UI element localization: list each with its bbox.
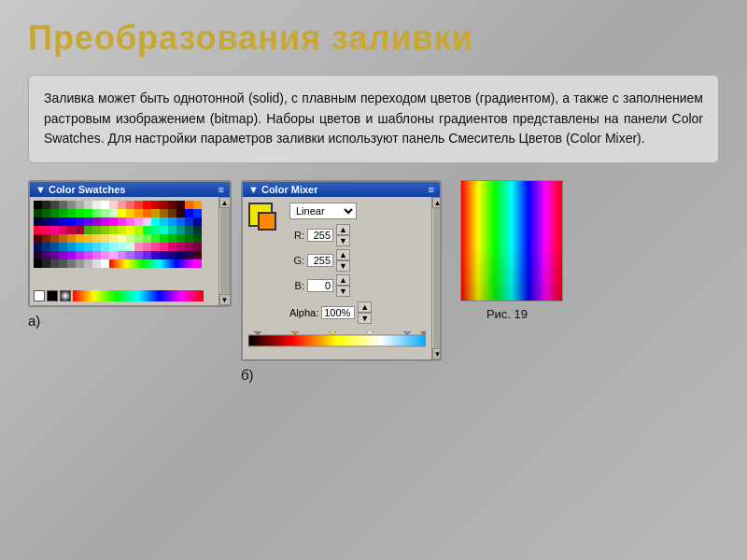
- svg-rect-55: [160, 217, 168, 226]
- svg-rect-6: [84, 201, 92, 209]
- panel-b-wrap: ▼ Color Mixer ≡: [241, 180, 442, 383]
- mixer-scroll-up[interactable]: ▲: [432, 197, 443, 208]
- svg-rect-144: [67, 259, 76, 268]
- svg-rect-39: [193, 209, 202, 217]
- svg-rect-139: [193, 251, 202, 259]
- b-input[interactable]: [307, 279, 333, 292]
- color-mixer-panel: ▼ Color Mixer ≡: [241, 180, 442, 361]
- svg-rect-134: [151, 251, 160, 259]
- svg-rect-70: [118, 226, 126, 234]
- svg-rect-71: [126, 226, 134, 234]
- svg-rect-11: [126, 201, 134, 209]
- mixer-menu-icon[interactable]: ≡: [429, 184, 434, 195]
- svg-rect-30: [118, 209, 126, 217]
- svg-rect-132: [134, 251, 143, 259]
- svg-rect-119: [193, 243, 202, 251]
- svg-rect-126: [84, 251, 92, 259]
- svg-rect-22: [50, 209, 59, 217]
- svg-rect-63: [59, 226, 67, 234]
- white-swatch[interactable]: [34, 290, 45, 301]
- svg-rect-92: [134, 234, 143, 243]
- grad-swatch[interactable]: [60, 290, 71, 301]
- svg-rect-68: [101, 226, 109, 234]
- svg-rect-125: [76, 251, 84, 259]
- svg-rect-84: [67, 234, 76, 243]
- black-swatch[interactable]: [47, 290, 58, 301]
- svg-rect-135: [160, 251, 168, 259]
- svg-rect-4: [67, 201, 76, 209]
- r-up-button[interactable]: ▲: [336, 224, 350, 235]
- swatches-menu-icon[interactable]: ≡: [218, 184, 224, 195]
- svg-marker-162: [420, 331, 426, 335]
- g-up-button[interactable]: ▲: [336, 249, 350, 260]
- page: Преобразования заливки Заливка может быт…: [0, 0, 747, 560]
- svg-rect-24: [67, 209, 76, 217]
- svg-rect-60: [34, 226, 42, 234]
- svg-rect-97: [176, 234, 185, 243]
- swatches-panel-body: ▲ ▼: [30, 197, 230, 305]
- b-arrows: ▲ ▼: [336, 274, 350, 297]
- g-down-button[interactable]: ▼: [336, 260, 350, 272]
- svg-rect-15: [160, 201, 168, 209]
- svg-rect-123: [59, 251, 67, 259]
- swatches-body: [30, 197, 218, 305]
- g-row: G: ▲ ▼: [289, 249, 372, 272]
- svg-rect-101: [42, 243, 50, 251]
- svg-rect-95: [160, 234, 168, 243]
- svg-rect-51: [126, 217, 134, 226]
- alpha-up-button[interactable]: ▲: [358, 301, 372, 313]
- page-title: Преобразования заливки: [28, 19, 719, 58]
- svg-rect-59: [193, 217, 202, 226]
- scroll-down-button[interactable]: ▼: [219, 294, 231, 305]
- fig-label: Рис. 19: [486, 307, 528, 321]
- svg-rect-80: [34, 234, 42, 243]
- svg-rect-52: [134, 217, 143, 226]
- alpha-row: Alpha: ▲ ▼: [289, 301, 372, 324]
- svg-rect-114: [151, 243, 160, 251]
- svg-rect-150: [126, 259, 143, 268]
- svg-rect-21: [42, 209, 50, 217]
- r-row: R: ▲ ▼: [289, 224, 372, 246]
- mixer-main: Linear Radial Square Conical R:: [248, 203, 426, 324]
- scroll-up-button[interactable]: ▲: [219, 197, 231, 208]
- svg-rect-64: [67, 226, 76, 234]
- mixer-background-color[interactable]: [258, 212, 276, 231]
- svg-rect-147: [92, 259, 101, 268]
- svg-rect-120: [34, 251, 42, 259]
- info-text: Заливка может быть однотонной (solid), с…: [44, 91, 703, 146]
- svg-rect-50: [118, 217, 126, 226]
- r-down-button[interactable]: ▼: [336, 235, 350, 246]
- b-down-button[interactable]: ▼: [336, 286, 350, 297]
- svg-rect-86: [84, 234, 92, 243]
- svg-rect-44: [67, 217, 76, 226]
- mixer-controls: Linear Radial Square Conical R:: [289, 203, 372, 324]
- svg-rect-131: [126, 251, 134, 259]
- svg-rect-110: [118, 243, 126, 251]
- rainbow-overlay: [461, 181, 562, 301]
- svg-rect-3: [59, 201, 67, 209]
- svg-rect-37: [176, 209, 185, 217]
- alpha-input[interactable]: [321, 306, 355, 319]
- swatches-scrollbar: ▲ ▼: [218, 197, 230, 305]
- svg-marker-160: [366, 331, 374, 335]
- svg-rect-81: [42, 234, 50, 243]
- b-up-button[interactable]: ▲: [336, 274, 350, 286]
- svg-rect-152: [160, 259, 176, 268]
- svg-rect-77: [176, 226, 185, 234]
- svg-rect-93: [143, 234, 151, 243]
- mixer-type-select[interactable]: Linear Radial Square Conical: [289, 203, 357, 219]
- svg-rect-111: [126, 243, 134, 251]
- g-arrows: ▲ ▼: [336, 249, 350, 272]
- mixer-scroll-down[interactable]: ▼: [432, 348, 443, 359]
- svg-rect-136: [168, 251, 176, 259]
- svg-rect-56: [168, 217, 176, 226]
- rainbow-gradient-image: [460, 180, 563, 301]
- svg-rect-42: [50, 217, 59, 226]
- alpha-down-button[interactable]: ▼: [358, 313, 372, 324]
- svg-rect-83: [59, 234, 67, 243]
- svg-rect-143: [59, 259, 67, 268]
- svg-rect-145: [76, 259, 84, 268]
- svg-rect-130: [118, 251, 126, 259]
- r-input[interactable]: [307, 229, 333, 242]
- g-input[interactable]: [307, 254, 333, 267]
